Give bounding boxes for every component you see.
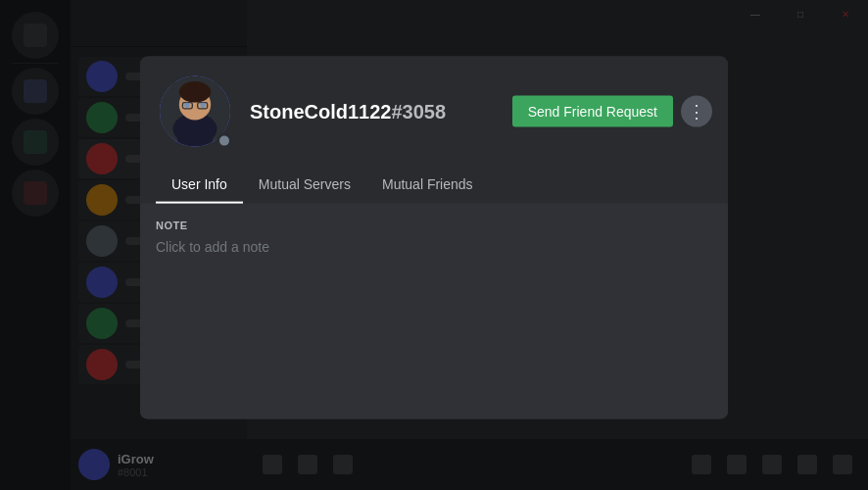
note-input[interactable]: Click to add a note	[156, 239, 712, 255]
profile-header: StoneCold1122#3058 Send Friend Request ⋮…	[140, 57, 728, 204]
svg-point-6	[184, 103, 189, 108]
profile-body: NOTE Click to add a note	[140, 204, 728, 419]
send-friend-request-button[interactable]: Send Friend Request	[512, 96, 673, 127]
avatar-wrapper	[156, 73, 234, 151]
tab-mutual-friends[interactable]: Mutual Friends	[366, 167, 489, 204]
svg-point-3	[179, 81, 211, 103]
discriminator-text: #3058	[391, 100, 446, 122]
user-status-indicator	[217, 133, 232, 149]
username-text: StoneCold1122	[250, 100, 391, 122]
tab-mutual-servers[interactable]: Mutual Servers	[243, 167, 366, 204]
profile-actions: Send Friend Request ⋮	[512, 96, 712, 127]
svg-point-7	[200, 103, 205, 108]
note-label: NOTE	[156, 220, 712, 231]
tab-user-info[interactable]: User Info	[156, 167, 243, 204]
profile-top: StoneCold1122#3058 Send Friend Request ⋮	[156, 73, 712, 163]
profile-tabs: User Info Mutual Servers Mutual Friends	[156, 167, 712, 204]
more-options-button[interactable]: ⋮	[681, 96, 712, 127]
profile-username: StoneCold1122#3058	[250, 100, 446, 122]
svg-rect-8	[177, 125, 213, 147]
profile-modal: StoneCold1122#3058 Send Friend Request ⋮…	[140, 57, 728, 419]
